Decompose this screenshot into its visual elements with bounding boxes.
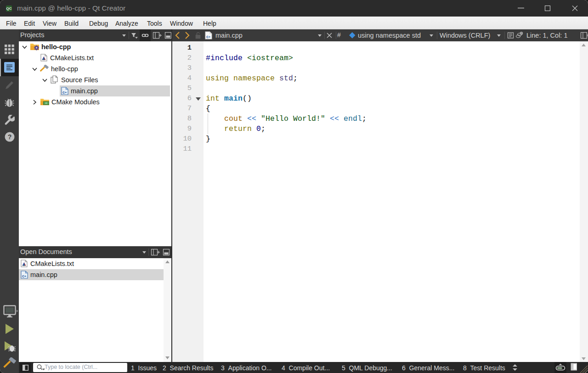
svg-text:c+: c+ [62, 90, 67, 95]
svg-text:c+: c+ [22, 274, 26, 278]
svg-text:?: ? [8, 133, 12, 141]
svg-text:c+: c+ [206, 34, 210, 39]
